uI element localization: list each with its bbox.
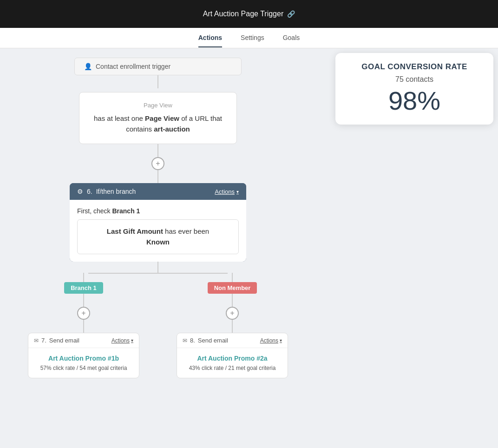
- enrollment-label: Contact enrollment trigger: [96, 63, 170, 70]
- connector-branch2: +: [226, 294, 239, 333]
- page-view-bold1: Page View: [145, 114, 179, 122]
- page-view-text: has at least one Page View of a URL that…: [93, 113, 223, 134]
- branch1-connector-line: [83, 294, 84, 307]
- top-bar: Art Auction Page Trigger 🔗: [0, 0, 498, 28]
- condition-bold2: Known: [146, 238, 170, 246]
- branch-col-2: Non Member + ✉ 8. Send email: [172, 273, 293, 378]
- send-email-header-left-content: ✉ 7. Send email: [34, 337, 79, 344]
- page-view-bold2: art-auction: [154, 125, 190, 133]
- email-icon-right: ✉: [183, 337, 187, 344]
- send-email-number-right: 8.: [190, 337, 195, 344]
- branch-actions-button[interactable]: Actions ▾: [215, 188, 239, 195]
- title-text: Art Auction Page Trigger: [203, 10, 283, 18]
- goal-card-contacts: 75 contacts: [349, 75, 479, 84]
- connector-line-3: [157, 170, 158, 183]
- email-left-actions-label: Actions: [111, 337, 130, 344]
- branch2-connector-line: [232, 294, 233, 307]
- workflow-canvas: GOAL CONVERSION RATE 75 contacts 98% 👤 C…: [0, 48, 498, 448]
- branch-check-prefix: First, check: [77, 207, 112, 215]
- workflow-title: Art Auction Page Trigger 🔗: [203, 10, 295, 18]
- branch-header: ⚙ 6. If/then branch Actions ▾: [70, 183, 246, 200]
- chevron-down-icon-right: ▾: [280, 338, 282, 343]
- email-name-left: Art Auction Promo #1b: [34, 355, 133, 362]
- branch2-connector-line-2: [232, 320, 233, 333]
- send-email-card-left: ✉ 7. Send email Actions ▾ Art Auction Pr…: [28, 333, 139, 378]
- tab-actions[interactable]: Actions: [198, 29, 222, 47]
- branch-body: First, check Branch 1 Last Gift Amount h…: [70, 200, 246, 262]
- branch-col-line-1: [83, 273, 84, 282]
- nonmember-label: Non Member: [208, 282, 257, 294]
- split-line-top: [157, 262, 158, 273]
- goal-conversion-card: GOAL CONVERSION RATE 75 contacts 98%: [335, 53, 493, 125]
- page-view-card: Page View has at least one Page View of …: [79, 92, 237, 144]
- send-email-header-right-content: ✉ 8. Send email: [183, 337, 228, 344]
- page-view-label: Page View: [93, 102, 223, 109]
- send-email-header-right: ✉ 8. Send email Actions ▾: [177, 333, 288, 348]
- branch-condition-box: Last Gift Amount has ever been Known: [77, 219, 239, 254]
- send-email-header-left: ✉ 7. Send email Actions ▾: [28, 333, 139, 348]
- tab-goals[interactable]: Goals: [283, 29, 300, 47]
- connector-line-2: [157, 144, 158, 157]
- send-email-body-left: Art Auction Promo #1b 57% click rate / 5…: [28, 348, 139, 378]
- branch-actions-label: Actions: [215, 188, 235, 195]
- send-email-number-left: 7.: [41, 337, 46, 344]
- email-icon-left: ✉: [34, 337, 39, 344]
- goal-card-title: GOAL CONVERSION RATE: [349, 62, 479, 72]
- send-email-body-right: Art Auction Promo #2a 43% click rate / 2…: [177, 348, 288, 378]
- tab-settings[interactable]: Settings: [241, 29, 264, 47]
- branch1-label: Branch 1: [64, 282, 103, 294]
- connector-2: +: [151, 144, 164, 183]
- condition-bold1: Last Gift Amount: [107, 227, 163, 235]
- email-stats-right: 43% click rate / 21 met goal criteria: [183, 365, 282, 371]
- add-step-button-1[interactable]: +: [151, 157, 164, 170]
- branch-col-1: Branch 1 + ✉ 7. Send email: [23, 273, 144, 378]
- branch-title: If/then branch: [96, 188, 136, 195]
- branch1-connector-line-2: [83, 320, 84, 333]
- tabs-bar: Actions Settings Goals: [0, 28, 498, 48]
- send-email-card-right: ✉ 8. Send email Actions ▾ Art Auction Pr…: [177, 333, 288, 378]
- person-icon: 👤: [84, 63, 92, 70]
- branch-header-left: ⚙ 6. If/then branch: [77, 188, 136, 195]
- split-horizontal: Branch 1 + ✉ 7. Send email: [23, 273, 293, 378]
- condition-text: has ever been: [163, 227, 209, 235]
- goal-card-percent: 98%: [349, 86, 479, 115]
- send-email-actions-right[interactable]: Actions ▾: [260, 337, 282, 344]
- branch-check-bold: Branch 1: [112, 207, 140, 215]
- chevron-down-icon-left: ▾: [131, 338, 133, 343]
- workflow-area: 👤 Contact enrollment trigger Page View h…: [0, 48, 316, 448]
- branch-check-text: First, check Branch 1: [77, 207, 239, 215]
- connector-1: [157, 75, 158, 88]
- page-view-text1: has at least one: [94, 114, 145, 122]
- email-name-right: Art Auction Promo #2a: [183, 355, 282, 362]
- link-icon: 🔗: [287, 10, 295, 18]
- chevron-down-icon: ▾: [236, 189, 239, 194]
- branch-card: ⚙ 6. If/then branch Actions ▾ First, che…: [70, 183, 246, 262]
- branch-icon: ⚙: [77, 188, 83, 195]
- branch-col-line-2: [232, 273, 233, 282]
- branch-number: 6.: [87, 188, 92, 195]
- email-stats-left: 57% click rate / 54 met goal criteria: [34, 365, 133, 371]
- branch-split: Branch 1 + ✉ 7. Send email: [70, 262, 246, 378]
- send-email-label-right: Send email: [198, 337, 228, 344]
- enrollment-trigger[interactable]: 👤 Contact enrollment trigger: [74, 58, 242, 75]
- add-step-button-branch2[interactable]: +: [226, 307, 239, 320]
- add-step-button-branch1[interactable]: +: [77, 307, 90, 320]
- email-right-actions-label: Actions: [260, 337, 278, 344]
- send-email-label-left: Send email: [49, 337, 79, 344]
- connector-line: [157, 75, 158, 88]
- connector-branch1: +: [77, 294, 90, 333]
- send-email-actions-left[interactable]: Actions ▾: [111, 337, 133, 344]
